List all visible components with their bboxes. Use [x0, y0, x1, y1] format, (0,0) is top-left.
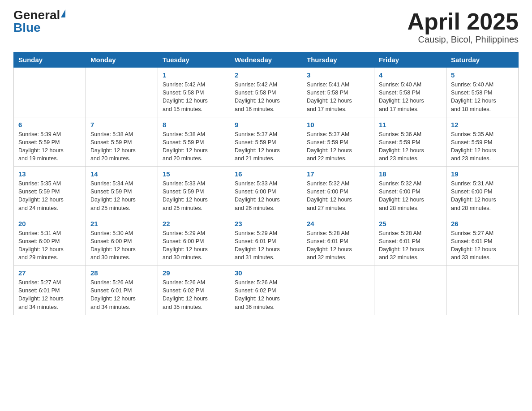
calendar-cell: 30Sunrise: 5:26 AMSunset: 6:02 PMDayligh… [230, 265, 302, 315]
day-info: Sunrise: 5:32 AMSunset: 6:00 PMDaylight:… [379, 180, 442, 212]
logo-blue-text: Blue [13, 21, 41, 34]
day-number: 5 [451, 71, 514, 79]
calendar-header: SundayMondayTuesdayWednesdayThursdayFrid… [14, 52, 519, 68]
calendar-week-2: 6Sunrise: 5:39 AMSunset: 5:59 PMDaylight… [14, 117, 519, 167]
day-number: 25 [379, 220, 442, 227]
day-info: Sunrise: 5:31 AMSunset: 6:00 PMDaylight:… [451, 180, 514, 212]
day-info: Sunrise: 5:42 AMSunset: 5:58 PMDaylight:… [163, 81, 225, 113]
calendar-week-4: 20Sunrise: 5:31 AMSunset: 6:00 PMDayligh… [14, 216, 519, 265]
day-info: Sunrise: 5:42 AMSunset: 5:58 PMDaylight:… [235, 81, 297, 113]
day-info: Sunrise: 5:29 AMSunset: 6:00 PMDaylight:… [163, 229, 225, 262]
day-number: 29 [163, 269, 225, 277]
calendar-cell: 23Sunrise: 5:29 AMSunset: 6:01 PMDayligh… [230, 216, 302, 265]
calendar-cell: 24Sunrise: 5:28 AMSunset: 6:01 PMDayligh… [302, 216, 374, 265]
day-info: Sunrise: 5:31 AMSunset: 6:00 PMDaylight:… [18, 229, 81, 262]
day-number: 11 [379, 121, 442, 128]
calendar-header-sunday: Sunday [14, 52, 86, 68]
logo: General Blue [13, 9, 65, 34]
logo-triangle-icon [61, 9, 65, 17]
day-info: Sunrise: 5:26 AMSunset: 6:02 PMDaylight:… [163, 278, 225, 311]
day-number: 2 [235, 71, 297, 79]
day-info: Sunrise: 5:28 AMSunset: 6:01 PMDaylight:… [307, 229, 369, 262]
calendar-week-3: 13Sunrise: 5:35 AMSunset: 5:59 PMDayligh… [14, 167, 519, 216]
day-info: Sunrise: 5:35 AMSunset: 5:59 PMDaylight:… [18, 180, 81, 212]
day-info: Sunrise: 5:27 AMSunset: 6:01 PMDaylight:… [18, 278, 81, 311]
calendar-cell: 8Sunrise: 5:38 AMSunset: 5:59 PMDaylight… [158, 117, 230, 167]
calendar-cell [14, 68, 86, 117]
day-number: 12 [451, 121, 514, 128]
day-info: Sunrise: 5:34 AMSunset: 5:59 PMDaylight:… [90, 180, 153, 212]
day-info: Sunrise: 5:28 AMSunset: 6:01 PMDaylight:… [379, 229, 442, 262]
calendar-week-1: 1Sunrise: 5:42 AMSunset: 5:58 PMDaylight… [14, 68, 519, 117]
calendar-table: SundayMondayTuesdayWednesdayThursdayFrid… [13, 52, 519, 315]
day-number: 13 [18, 170, 81, 178]
calendar-cell: 21Sunrise: 5:30 AMSunset: 6:00 PMDayligh… [86, 216, 158, 265]
day-number: 26 [451, 220, 514, 227]
day-number: 15 [163, 170, 225, 178]
calendar-cell: 6Sunrise: 5:39 AMSunset: 5:59 PMDaylight… [14, 117, 86, 167]
day-number: 21 [90, 220, 153, 227]
day-number: 27 [18, 269, 81, 277]
day-info: Sunrise: 5:33 AMSunset: 6:00 PMDaylight:… [235, 180, 297, 212]
calendar-cell: 29Sunrise: 5:26 AMSunset: 6:02 PMDayligh… [158, 265, 230, 315]
calendar-cell: 26Sunrise: 5:27 AMSunset: 6:01 PMDayligh… [446, 216, 519, 265]
day-number: 6 [18, 121, 81, 128]
calendar-body: 1Sunrise: 5:42 AMSunset: 5:58 PMDaylight… [14, 68, 519, 315]
day-number: 20 [18, 220, 81, 227]
calendar-cell: 20Sunrise: 5:31 AMSunset: 6:00 PMDayligh… [14, 216, 86, 265]
calendar-cell: 4Sunrise: 5:40 AMSunset: 5:58 PMDaylight… [374, 68, 446, 117]
calendar-header-saturday: Saturday [446, 52, 519, 68]
calendar-cell: 15Sunrise: 5:33 AMSunset: 5:59 PMDayligh… [158, 167, 230, 216]
day-info: Sunrise: 5:37 AMSunset: 5:59 PMDaylight:… [235, 130, 297, 163]
day-number: 3 [307, 71, 369, 79]
calendar-header-row: SundayMondayTuesdayWednesdayThursdayFrid… [14, 52, 519, 68]
calendar-cell: 11Sunrise: 5:36 AMSunset: 5:59 PMDayligh… [374, 117, 446, 167]
day-info: Sunrise: 5:38 AMSunset: 5:59 PMDaylight:… [163, 130, 225, 163]
calendar-header-wednesday: Wednesday [230, 52, 302, 68]
calendar-cell: 3Sunrise: 5:41 AMSunset: 5:58 PMDaylight… [302, 68, 374, 117]
calendar-cell: 2Sunrise: 5:42 AMSunset: 5:58 PMDaylight… [230, 68, 302, 117]
calendar-cell: 13Sunrise: 5:35 AMSunset: 5:59 PMDayligh… [14, 167, 86, 216]
calendar-cell [86, 68, 158, 117]
calendar-cell: 28Sunrise: 5:26 AMSunset: 6:01 PMDayligh… [86, 265, 158, 315]
day-number: 22 [163, 220, 225, 227]
day-info: Sunrise: 5:33 AMSunset: 5:59 PMDaylight:… [163, 180, 225, 212]
calendar-cell: 18Sunrise: 5:32 AMSunset: 6:00 PMDayligh… [374, 167, 446, 216]
calendar-cell: 17Sunrise: 5:32 AMSunset: 6:00 PMDayligh… [302, 167, 374, 216]
calendar-cell: 5Sunrise: 5:40 AMSunset: 5:58 PMDaylight… [446, 68, 519, 117]
calendar-cell: 9Sunrise: 5:37 AMSunset: 5:59 PMDaylight… [230, 117, 302, 167]
calendar-cell: 14Sunrise: 5:34 AMSunset: 5:59 PMDayligh… [86, 167, 158, 216]
day-number: 8 [163, 121, 225, 128]
day-info: Sunrise: 5:35 AMSunset: 5:59 PMDaylight:… [451, 130, 514, 163]
calendar-cell: 16Sunrise: 5:33 AMSunset: 6:00 PMDayligh… [230, 167, 302, 216]
day-info: Sunrise: 5:32 AMSunset: 6:00 PMDaylight:… [307, 180, 369, 212]
day-info: Sunrise: 5:40 AMSunset: 5:58 PMDaylight:… [451, 81, 514, 113]
day-number: 18 [379, 170, 442, 178]
calendar-cell [302, 265, 374, 315]
calendar-cell [374, 265, 446, 315]
day-info: Sunrise: 5:41 AMSunset: 5:58 PMDaylight:… [307, 81, 369, 113]
calendar-cell: 22Sunrise: 5:29 AMSunset: 6:00 PMDayligh… [158, 216, 230, 265]
day-number: 16 [235, 170, 297, 178]
logo-general-text: General [13, 9, 60, 21]
day-number: 7 [90, 121, 153, 128]
calendar-cell: 7Sunrise: 5:38 AMSunset: 5:59 PMDaylight… [86, 117, 158, 167]
calendar-cell: 10Sunrise: 5:37 AMSunset: 5:59 PMDayligh… [302, 117, 374, 167]
day-info: Sunrise: 5:37 AMSunset: 5:59 PMDaylight:… [307, 130, 369, 163]
day-info: Sunrise: 5:30 AMSunset: 6:00 PMDaylight:… [90, 229, 153, 262]
calendar-cell: 12Sunrise: 5:35 AMSunset: 5:59 PMDayligh… [446, 117, 519, 167]
calendar-cell [446, 265, 519, 315]
calendar-cell: 25Sunrise: 5:28 AMSunset: 6:01 PMDayligh… [374, 216, 446, 265]
day-number: 24 [307, 220, 369, 227]
title-block: April 2025 Causip, Bicol, Philippines [407, 9, 519, 45]
day-number: 19 [451, 170, 514, 178]
day-number: 1 [163, 71, 225, 79]
day-info: Sunrise: 5:39 AMSunset: 5:59 PMDaylight:… [18, 130, 81, 163]
calendar-header-thursday: Thursday [302, 52, 374, 68]
day-info: Sunrise: 5:26 AMSunset: 6:01 PMDaylight:… [90, 278, 153, 311]
day-number: 14 [90, 170, 153, 178]
calendar-cell: 1Sunrise: 5:42 AMSunset: 5:58 PMDaylight… [158, 68, 230, 117]
day-info: Sunrise: 5:26 AMSunset: 6:02 PMDaylight:… [235, 278, 297, 311]
calendar-subtitle: Causip, Bicol, Philippines [407, 34, 519, 45]
day-number: 23 [235, 220, 297, 227]
